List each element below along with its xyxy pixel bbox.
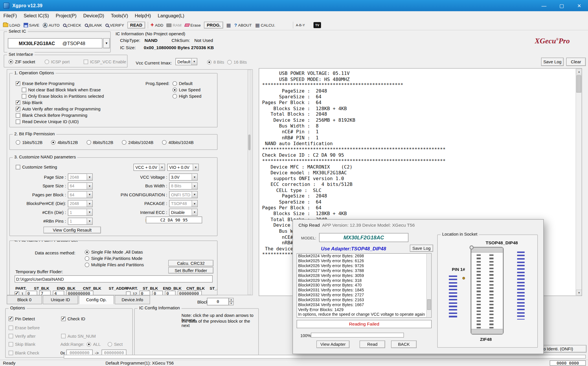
blank-check-checkbox[interactable]: Blank Check [9,350,39,356]
menu-item[interactable]: Device(D) [80,13,107,18]
check-id-checkbox[interactable]: Check ID [61,315,85,322]
partition-checkbox[interactable] [126,291,131,295]
partition-checkbox[interactable] [15,291,19,295]
param-combo[interactable]: 1▼ [68,209,93,216]
dialog-save-log-button[interactable]: Save Log [410,245,433,252]
bits8-radio[interactable]: 8 Bits [207,59,224,65]
maximize-button[interactable]: ▢ [553,0,570,11]
end-blk-field[interactable]: 0 [152,291,163,295]
param-combo[interactable]: 2048▼ [68,173,93,181]
param-combo[interactable]: 64▼ [68,182,93,190]
param-combo[interactable]: ONFI STD▼ [169,191,197,198]
operation-option-checkbox[interactable]: Not clear Bad Block Mark when Erase [22,86,104,93]
addr-sect-radio[interactable]: Sect [108,341,123,347]
param-combo[interactable]: 2048▼ [68,200,93,207]
operation-option-checkbox[interactable]: Auto Verify after reading or Programming [16,106,104,112]
tab[interactable]: Device.Info [115,295,150,304]
param-combo[interactable]: 3.0V▼ [169,173,197,181]
temp-buffer-path-field[interactable]: D:\Xgpro\UserData\NAND [15,276,213,283]
auto-button[interactable]: AAUTO [43,23,60,27]
data-access-radio[interactable]: Single File,Partitions Mode [85,255,144,262]
use-adapter-link[interactable]: Use Adapter:TSOP48_DIP48 [321,246,386,251]
about-button[interactable]: ?ABOUT [234,23,251,28]
left-panel-scrollbar[interactable] [247,70,251,295]
bit-flip-radio[interactable]: 4bits/512B [51,139,78,145]
operation-option-checkbox[interactable]: Blank Check Before Programming [16,112,104,118]
read-button[interactable]: READ [128,22,145,28]
dialog-back-button[interactable]: BACK [391,341,417,348]
calc-crc32-button[interactable]: Calcu. CRC32 [168,260,214,266]
minimize-button[interactable]: — [535,0,553,11]
auto-identi-onfi-button[interactable]: o Identi. (ONFI) [541,345,587,353]
st-blk-field[interactable]: 0 [26,291,37,295]
tab[interactable]: Block 0 [7,295,42,304]
menu-item[interactable]: Select IC(S) [20,13,52,18]
save-log-button[interactable]: Save Log [541,58,564,66]
verify-after-checkbox[interactable]: Verify after [9,333,36,339]
bit-flip-radio[interactable]: 40bits/1024B [162,139,194,145]
param-combo[interactable]: Disable▼ [169,209,197,216]
ram-button[interactable]: RAM [167,23,181,27]
block-number-field[interactable]: 0 [207,298,229,305]
addr-all-radio[interactable]: ALL [87,341,101,347]
check-button[interactable]: CHECK [63,23,81,27]
icsp-vcc-checkbox[interactable]: ICSP_VCC Enable [84,58,126,65]
menu-item[interactable]: Language(L) [154,13,188,18]
load-button[interactable]: LOAD [3,23,20,27]
menu-item[interactable]: Project(P) [52,13,80,18]
st-addr-field[interactable]: 000000000 [66,291,93,295]
bits16-radio[interactable]: 16 Bits [227,59,247,65]
console-scrollbar[interactable]: ▲ ▼ [576,69,582,295]
scrollbar-thumb[interactable] [576,75,581,93]
tv-button[interactable]: TV [313,22,321,28]
view-config-button[interactable]: View Config Resault [43,227,101,233]
bit-flip-radio[interactable]: 8bits/512B [87,139,113,145]
select-ic-dropdown-button[interactable]: ▼ [103,38,110,48]
menu-item[interactable]: Help(H) [131,13,154,18]
compare-button[interactable]: A-B-Y [296,23,305,27]
select-ic-combo[interactable]: MX30LF2G18AC @TSOP48 [8,38,102,48]
vio-adjust-combo[interactable]: VIO + 0.0V▼ [167,164,199,171]
scroll-down-icon[interactable]: ▼ [576,290,582,296]
operation-option-checkbox[interactable]: Erase Before Programming [16,80,104,86]
bit-flip-radio[interactable]: 24bits/1024B [122,139,153,145]
cnt-blk-field[interactable]: 4 [53,291,64,295]
param-combo[interactable]: TSOP48▼ [169,200,197,207]
operation-option-checkbox[interactable]: Skip Blank [16,99,104,106]
verify-button[interactable]: VERIFY [105,23,124,27]
bit-flip-radio[interactable]: 1bits/512B [16,139,42,145]
erase-before-checkbox[interactable]: Erase before [9,324,40,331]
operation-option-checkbox[interactable]: Read Device Unique ID (UID) [16,119,104,125]
icsp-port-radio[interactable]: ICSP port [45,58,69,65]
vcc-adjust-combo[interactable]: VCC + 0.0V▼ [133,164,165,171]
data-access-radio[interactable]: Multiple Files and Partitions [85,262,144,268]
verify-error-listbox[interactable]: Block#2024 Verify error Bytes: 2698Block… [297,253,432,318]
scrollbar-thumb[interactable] [248,134,251,150]
param-combo[interactable]: 1▼ [68,218,93,225]
add-button[interactable]: +ADD [150,23,163,27]
socket-lever-icon[interactable] [469,245,473,249]
customize-setting-checkbox[interactable]: Customize Setting [16,164,57,170]
calcu-button[interactable]: ▦CALCU. [255,23,275,27]
end-blk-field[interactable]: 7 [39,291,51,295]
tab[interactable]: Unique ID [43,295,78,304]
menu-item[interactable]: File(F) [0,13,20,18]
data-access-radio[interactable]: Single File Mode ,All Datas [85,249,144,255]
param-combo[interactable]: 8 Bits▼ [169,182,197,190]
spin-down-icon[interactable]: ▼ [229,302,234,305]
view-adapter-button[interactable]: View Adapter [317,341,350,348]
speed-radio[interactable]: Default [172,80,201,86]
save-button[interactable]: SAVE [23,23,39,27]
st-addr-field[interactable]: 00000000 [178,291,202,295]
cnt-blk-field[interactable]: 0 [165,291,175,295]
zif-socket-radio[interactable]: ZIF socket [9,58,35,65]
set-buffer-folder-button[interactable]: Set Buffer Floder [168,267,214,273]
scroll-up-icon[interactable]: ▲ [576,69,582,75]
tab[interactable]: Config Op. [79,295,114,304]
spin-up-icon[interactable]: ▲ [229,298,234,302]
erase-button[interactable]: Erase [185,23,201,27]
speed-radio[interactable]: High Speed [172,93,201,99]
dialog-read-button[interactable]: Read [360,341,385,348]
pin-map-button[interactable]: ▦ [226,23,231,27]
imax-combo[interactable]: Default▼ [175,58,197,65]
